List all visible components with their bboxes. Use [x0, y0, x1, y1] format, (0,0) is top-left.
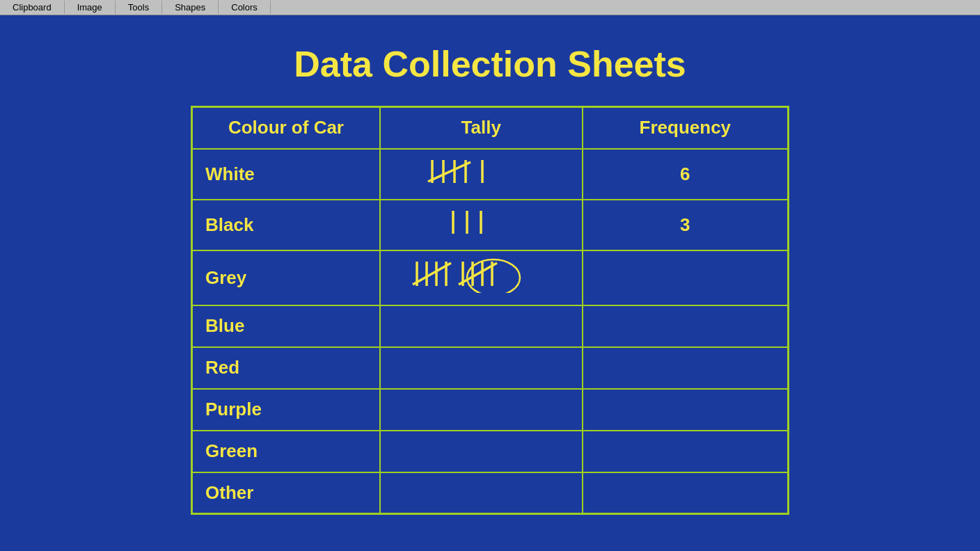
header-tally: Tally	[380, 107, 583, 149]
menu-clipboard[interactable]: Clipboard	[0, 1, 65, 14]
cell-freq-green	[583, 431, 789, 472]
menu-image[interactable]: Image	[65, 1, 116, 14]
table-row: Grey	[192, 250, 789, 305]
svg-line-4	[428, 162, 471, 182]
table-header-row: Colour of Car Tally Frequency	[192, 107, 789, 149]
cell-freq-blue	[583, 305, 789, 347]
cell-freq-purple	[583, 389, 789, 431]
header-colour: Colour of Car	[192, 107, 380, 149]
cell-color-purple: Purple	[192, 389, 380, 431]
cell-tally-white	[380, 149, 583, 200]
table-row: Other	[192, 472, 789, 514]
table-row: Purple	[192, 389, 789, 431]
table-row: Red	[192, 347, 789, 389]
cell-freq-other	[583, 472, 789, 514]
cell-color-red: Red	[192, 347, 380, 389]
menu-colors[interactable]: Colors	[219, 1, 271, 14]
tally-marks-grey	[411, 258, 551, 293]
tally-marks-white	[425, 157, 537, 187]
cell-tally-purple	[380, 389, 583, 431]
cell-freq-white: 6	[583, 149, 789, 200]
data-table: Colour of Car Tally Frequency White	[191, 106, 789, 515]
cell-color-grey: Grey	[192, 250, 380, 305]
table-row: White 6	[192, 149, 789, 200]
cell-tally-blue	[380, 305, 583, 347]
menu-shapes[interactable]: Shapes	[162, 1, 219, 14]
table-row: Blue	[192, 305, 789, 347]
menu-tools[interactable]: Tools	[116, 1, 162, 14]
cell-color-blue: Blue	[192, 305, 380, 347]
header-frequency: Frequency	[583, 107, 789, 149]
cell-tally-black	[380, 200, 583, 250]
cell-tally-green	[380, 431, 583, 472]
cell-color-green: Green	[192, 431, 380, 472]
cell-freq-grey	[583, 250, 789, 305]
cell-tally-other	[380, 472, 583, 514]
table-wrapper: Colour of Car Tally Frequency White	[0, 106, 980, 515]
cell-freq-black: 3	[583, 200, 789, 250]
cell-freq-red	[583, 347, 789, 389]
tally-marks-black	[439, 207, 523, 238]
cell-tally-red	[380, 347, 583, 389]
menubar: Clipboard Image Tools Shapes Colors	[0, 0, 980, 15]
cell-tally-grey	[380, 250, 583, 305]
page-title: Data Collection Sheets	[0, 43, 980, 85]
cell-color-black: Black	[192, 200, 380, 250]
table-row: Green	[192, 431, 789, 472]
table-row: Black 3	[192, 200, 789, 250]
cell-color-white: White	[192, 149, 380, 200]
cell-color-other: Other	[192, 472, 380, 514]
